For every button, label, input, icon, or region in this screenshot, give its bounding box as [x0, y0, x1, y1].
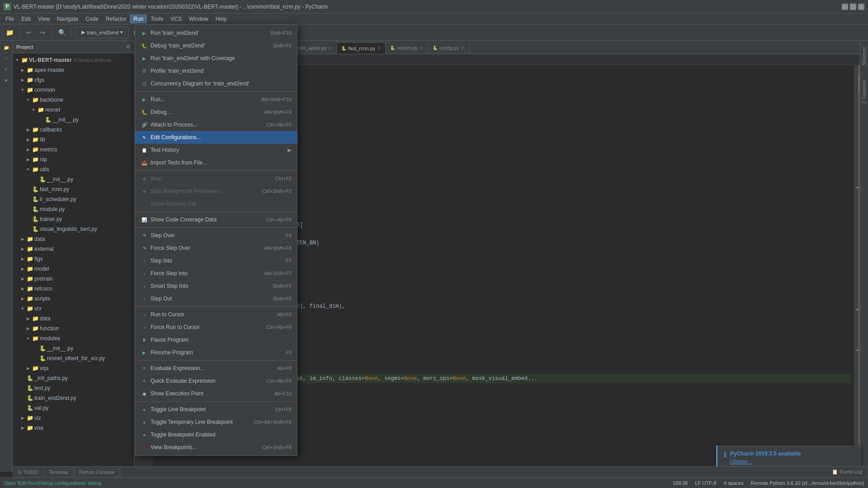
right-scrollbar[interactable] — [854, 65, 860, 472]
tree-item-test[interactable]: ▶ 🐍 test.py — [13, 383, 134, 393]
favorites-tab[interactable]: 2: Favorites — [861, 77, 868, 106]
maximize-button[interactable]: □ — [850, 4, 856, 10]
minimize-button[interactable]: — — [842, 4, 848, 10]
status-indent[interactable]: 4 spaces — [724, 480, 744, 486]
tree-item-trainer[interactable]: ▶ 🐍 trainer.py — [13, 214, 134, 224]
tree-item-root[interactable]: ▼ 📁 VL-BERT-master D:\study\Lab\Read... — [13, 55, 134, 65]
run-menu-force-run-to-cursor[interactable]: → Force Run to Cursor Ctrl+Alt+F9 — [135, 321, 297, 333]
run-menu-resume[interactable]: ▶ Resume Program F9 — [135, 346, 297, 359]
run-menu-step-over[interactable]: ↷ Step Over F8 — [135, 229, 297, 242]
menu-help[interactable]: Help — [212, 14, 231, 23]
commit-icon[interactable]: ✓ — [1, 53, 11, 63]
run-menu-step-out[interactable]: ↑ Step Out Shift+F8 — [135, 292, 297, 305]
run-menu-coverage-data[interactable]: 📊 Show Code Coverage Data Ctrl+Alt+F6 — [135, 213, 297, 226]
tree-item-vcr[interactable]: ▼ 📁 vcr — [13, 304, 134, 314]
run-menu-view-bps[interactable]: ● View Breakpoints... Ctrl+Shift+F8 — [135, 441, 297, 454]
toolbar-open-button[interactable]: 📁 — [4, 27, 15, 38]
tree-item-cfgs[interactable]: ▶ 📁 cfgs — [13, 75, 134, 85]
tree-item-train-end2end[interactable]: ▶ 🐍 train_end2end.py — [13, 393, 134, 403]
tree-item-resnet[interactable]: ▼ 📁 resnet — [13, 105, 134, 115]
tree-item-init-paths[interactable]: ▶ 🐍 _init_paths.py — [13, 373, 134, 383]
tab-close-fast-rcnn[interactable]: ✕ — [377, 46, 381, 51]
run-menu-toggle-bp-enabled[interactable]: ● Toggle Breakpoint Enabled — [135, 428, 297, 441]
close-button[interactable]: ✕ — [858, 4, 864, 10]
tree-item-pretrain[interactable]: ▶ 📁 pretrain — [13, 274, 134, 284]
tree-item-init-utils[interactable]: ▶ 🐍 __init__.py — [13, 174, 134, 184]
run-menu-evaluate[interactable]: = Evaluate Expression... Alt+F8 — [135, 362, 297, 375]
tab-todo[interactable]: 6: TODO — [13, 467, 44, 478]
project-settings-icon[interactable]: ⚙ — [126, 44, 131, 50]
structure-tab[interactable]: Structure — [861, 44, 868, 68]
run-menu-toggle-bp[interactable]: ● Toggle Line Breakpoint Ctrl+F8 — [135, 403, 297, 416]
menu-view[interactable]: View — [34, 14, 53, 23]
menu-window[interactable]: Window — [185, 14, 212, 23]
tree-item-metrics[interactable]: ▶ 📁 metrics — [13, 145, 134, 155]
toolbar-redo-button[interactable]: ↪ — [37, 27, 48, 38]
tree-item-model[interactable]: ▶ 📁 model — [13, 264, 134, 274]
run-config-button[interactable]: ▶ train_end2end ▾ — [75, 27, 129, 38]
menu-code[interactable]: Code — [82, 14, 102, 23]
menu-file[interactable]: File — [2, 14, 18, 23]
menu-vcs[interactable]: VCS — [167, 14, 185, 23]
run-menu-run-any[interactable]: ▶ Run... Alt+Shift+F10 — [135, 93, 297, 106]
run-menu-pause[interactable]: ⏸ Pause Program — [135, 333, 297, 346]
tab-terminal[interactable]: Terminal — [44, 467, 74, 478]
tree-item-init-resnet[interactable]: ▶ 🐍 __init__.py — [13, 115, 134, 125]
toolbar-search-button[interactable]: 🔍 — [56, 27, 68, 38]
tab-event-log[interactable]: 📋 Event Log — [826, 467, 868, 478]
structure-icon[interactable]: ≡ — [1, 64, 11, 74]
tree-item-function[interactable]: ▶ 📁 function — [13, 324, 134, 333]
run-menu-import-tests[interactable]: 📥 Import Tests from File... — [135, 156, 297, 169]
run-menu-run-config[interactable]: ▶ Run 'train_end2end' Shift+F10 — [135, 27, 297, 39]
status-python[interactable]: Remote Python 3.6.10 (sf.../envs/vl-bert… — [751, 480, 864, 486]
tree-item-voa[interactable]: ▶ 📁 voa — [13, 423, 134, 433]
tree-item-common[interactable]: ▼ 📁 common — [13, 85, 134, 95]
tree-item-figs[interactable]: ▶ 📁 figs — [13, 254, 134, 264]
status-encoding[interactable]: LF UTF-8 — [695, 480, 717, 486]
run-menu-profile[interactable]: ⏱ Profile 'train_end2end' — [135, 65, 297, 77]
run-menu-test-history[interactable]: 📋 Test History ▶ — [135, 144, 297, 156]
tree-item-lr-scheduler[interactable]: ▶ 🐍 lr_scheduler.py — [13, 194, 134, 204]
run-menu-force-step-over[interactable]: ↷ Force Step Over Alt+Shift+F8 — [135, 242, 297, 254]
tab-close-resnet[interactable]: ✕ — [420, 46, 423, 51]
status-position[interactable]: 168:36 — [673, 480, 688, 486]
tab-config[interactable]: 🐍 config.py ✕ — [428, 42, 470, 54]
tree-item-fast-rcnn[interactable]: ▶ 🐍 fast_rcnn.py — [13, 184, 134, 194]
run-menu-smart-step-into[interactable]: ↓ Smart Step Into Shift+F7 — [135, 280, 297, 292]
run-menu-quick-evaluate[interactable]: = Quick Evaluate Expression Ctrl+Alt+F8 — [135, 375, 297, 387]
tree-item-modules[interactable]: ▼ 📁 modules — [13, 333, 134, 343]
tree-item-viz[interactable]: ▶ 📁 viz — [13, 413, 134, 423]
tree-item-external[interactable]: ▶ 📁 external — [13, 244, 134, 254]
tree-item-refcoco[interactable]: ▶ 📁 refcoco — [13, 284, 134, 294]
toolbar-undo-button[interactable]: ↩ — [23, 27, 35, 38]
tree-item-nlp[interactable]: ▶ 📁 nlp — [13, 155, 134, 164]
update-link[interactable]: Update... — [730, 459, 752, 465]
tree-item-data[interactable]: ▶ 📁 data — [13, 234, 134, 244]
tree-item-val[interactable]: ▶ 🐍 val.py — [13, 403, 134, 413]
tab-close-parallel-apply[interactable]: ✕ — [328, 46, 332, 51]
run-menu-force-step-into[interactable]: ↓ Force Step Into Alt+Shift+F7 — [135, 267, 297, 280]
bookmarks-icon[interactable]: ★ — [1, 75, 11, 85]
run-menu-toggle-temp-bp[interactable]: ● Toggle Temporary Line Breakpoint Ctrl+… — [135, 416, 297, 428]
run-menu-step-into[interactable]: ↓ Step Into F7 — [135, 254, 297, 267]
tree-item-vcr-data[interactable]: ▶ 📁 data — [13, 314, 134, 324]
run-menu-debug-config[interactable]: 🐛 Debug 'train_end2end' Shift+F9 — [135, 39, 297, 52]
run-menu-run-coverage[interactable]: ▶ Run 'train_end2end' with Coverage — [135, 52, 297, 65]
run-menu-attach[interactable]: 🔗 Attach to Process... Ctrl+Alt+F5 — [135, 118, 297, 131]
menu-tools[interactable]: Tools — [147, 14, 167, 23]
tab-resnet[interactable]: 🐍 resnet.py ✕ — [386, 42, 428, 54]
menu-edit[interactable]: Edit — [18, 14, 34, 23]
tree-item-lib[interactable]: ▶ 📁 lib — [13, 135, 134, 145]
tree-item-callbacks[interactable]: ▶ 📁 callbacks — [13, 125, 134, 135]
tree-item-vlb[interactable]: ▶ 🐍 visual_linguistic_bert.py — [13, 224, 134, 234]
tree-item-module[interactable]: ▶ 🐍 module.py — [13, 204, 134, 214]
menu-run[interactable]: Run — [130, 14, 147, 23]
run-menu-concurrency[interactable]: ⬡ Concurrency Diagram for 'train_end2end… — [135, 77, 297, 90]
tree-item-vqa[interactable]: ▶ 📁 vqa — [13, 363, 134, 373]
tree-item-scripts[interactable]: ▶ 📁 scripts — [13, 294, 134, 304]
tree-item-init-modules[interactable]: ▶ 🐍 __init__.py — [13, 343, 134, 353]
tree-item-resnet-vlbert[interactable]: ▶ 🐍 resnet_vlbert_for_vcr.py — [13, 353, 134, 363]
tree-item-utils[interactable]: ▼ 📁 utils — [13, 164, 134, 174]
tab-close-config[interactable]: ✕ — [461, 46, 465, 51]
menu-refactor[interactable]: Refactor — [102, 14, 130, 23]
